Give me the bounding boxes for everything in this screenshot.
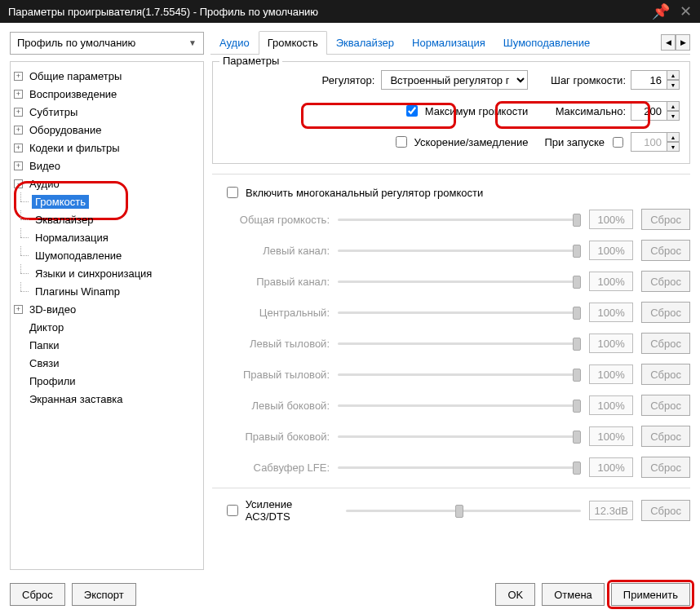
expand-icon[interactable]: + bbox=[14, 144, 23, 152]
profile-dropdown[interactable]: Профиль по умолчанию ▼ bbox=[10, 32, 204, 55]
multichannel-checkbox[interactable] bbox=[227, 187, 238, 198]
tree-item[interactable]: +Общие параметры bbox=[14, 67, 200, 85]
pin-icon[interactable]: 📌 bbox=[652, 2, 670, 20]
expand-icon[interactable]: + bbox=[14, 305, 23, 314]
step-up[interactable]: ▲ bbox=[667, 70, 680, 80]
channel-slider[interactable] bbox=[338, 466, 581, 469]
tree-item[interactable]: +Воспроизведение bbox=[14, 85, 200, 103]
tree-item[interactable]: -Аудио bbox=[14, 174, 200, 192]
channel-slider[interactable] bbox=[338, 280, 581, 283]
max-input[interactable] bbox=[631, 101, 667, 121]
step-down[interactable]: ▼ bbox=[667, 80, 680, 90]
tree-label: Диктор bbox=[26, 320, 67, 334]
cancel-button[interactable]: Отмена bbox=[542, 583, 605, 606]
tab-scroll-left[interactable]: ◀ bbox=[661, 34, 676, 51]
channel-value: 100% bbox=[589, 272, 633, 291]
channel-reset-button[interactable]: Сброс bbox=[641, 426, 690, 447]
tab-noise[interactable]: Шумоподавление bbox=[494, 31, 599, 55]
tab-equalizer[interactable]: Эквалайзер bbox=[327, 31, 403, 55]
tree-item[interactable]: +Оборудование bbox=[14, 121, 200, 139]
channel-slider[interactable] bbox=[338, 373, 581, 376]
tree-label: Субтитры bbox=[26, 105, 81, 119]
tree-item[interactable]: +Кодеки и фильтры bbox=[14, 139, 200, 157]
tree-item[interactable]: +3D-видео bbox=[14, 300, 200, 318]
tree-label: Видео bbox=[26, 159, 64, 173]
channel-slider[interactable] bbox=[338, 250, 581, 252]
tree-item[interactable]: Папки bbox=[14, 336, 200, 354]
accel-checkbox[interactable] bbox=[396, 136, 407, 148]
close-icon[interactable]: ✕ bbox=[680, 2, 692, 20]
tree-item[interactable]: Диктор bbox=[14, 318, 200, 336]
step-input[interactable] bbox=[631, 70, 667, 90]
expand-icon[interactable]: + bbox=[14, 126, 23, 135]
expand-icon[interactable]: + bbox=[14, 90, 23, 99]
tree-item[interactable]: Профили bbox=[14, 372, 200, 390]
group-title: Параметры bbox=[219, 55, 282, 67]
ac3-checkbox[interactable] bbox=[227, 505, 238, 516]
tree-child-item[interactable]: Языки и синхронизация bbox=[14, 264, 200, 282]
reset-button[interactable]: Сброс bbox=[10, 583, 65, 606]
channel-reset-button[interactable]: Сброс bbox=[641, 240, 690, 261]
expand-icon[interactable]: + bbox=[14, 161, 23, 170]
channel-slider[interactable] bbox=[338, 404, 581, 407]
tree-item[interactable]: Связи bbox=[14, 354, 200, 372]
startup-input[interactable] bbox=[631, 132, 667, 152]
tree-child-item[interactable]: Шумоподавление bbox=[14, 246, 200, 264]
channel-value: 100% bbox=[589, 457, 633, 477]
ok-button[interactable]: OK bbox=[495, 583, 535, 606]
tree-child-item[interactable]: Нормализация bbox=[14, 228, 200, 246]
tree-child-item[interactable]: Громкость bbox=[14, 192, 200, 210]
expand-icon[interactable]: + bbox=[14, 108, 23, 117]
channel-row: Левый боковой:100%Сброс bbox=[224, 395, 690, 416]
channel-row: Общая громкость:100%Сброс bbox=[224, 209, 690, 230]
channel-slider[interactable] bbox=[338, 219, 581, 221]
tab-audio[interactable]: Аудио bbox=[210, 31, 259, 55]
apply-button[interactable]: Применить bbox=[611, 583, 690, 606]
ac3-reset[interactable]: Сброс bbox=[641, 500, 690, 521]
tree-item[interactable]: +Видео bbox=[14, 157, 200, 174]
channel-reset-button[interactable]: Сброс bbox=[641, 302, 690, 323]
tab-normalization[interactable]: Нормализация bbox=[403, 31, 494, 55]
tree-child-item[interactable]: Эквалайзер bbox=[14, 210, 200, 228]
tree-label: 3D-видео bbox=[26, 303, 79, 316]
max-up[interactable]: ▲ bbox=[667, 101, 680, 111]
tree-label: Оборудование bbox=[26, 123, 104, 137]
tree-item[interactable]: Экранная заставка bbox=[14, 390, 200, 408]
channel-reset-button[interactable]: Сброс bbox=[641, 271, 690, 292]
channel-label: Левый тыловой: bbox=[224, 338, 330, 350]
channel-slider[interactable] bbox=[338, 342, 581, 345]
channel-row: Сабвуфер LFE:100%Сброс bbox=[224, 457, 690, 478]
channel-value: 100% bbox=[589, 241, 633, 260]
startup-checkbox[interactable] bbox=[613, 137, 623, 148]
channel-reset-button[interactable]: Сброс bbox=[641, 364, 690, 385]
tree-item[interactable]: +Субтитры bbox=[14, 103, 200, 121]
channel-reset-button[interactable]: Сброс bbox=[641, 333, 690, 354]
channel-slider[interactable] bbox=[338, 435, 581, 438]
expand-icon[interactable]: + bbox=[14, 72, 23, 81]
max-down[interactable]: ▼ bbox=[667, 111, 680, 121]
ac3-slider[interactable] bbox=[346, 510, 581, 512]
startup-up[interactable]: ▲ bbox=[667, 132, 680, 142]
channel-value: 100% bbox=[589, 210, 633, 229]
profile-selected: Профиль по умолчанию bbox=[17, 37, 135, 49]
regulator-select[interactable]: Встроенный регулятор гро bbox=[381, 70, 528, 90]
tab-scroll-right[interactable]: ▶ bbox=[676, 34, 690, 51]
channel-label: Левый канал: bbox=[224, 245, 330, 257]
channel-reset-button[interactable]: Сброс bbox=[641, 395, 690, 416]
regulator-label: Регулятор: bbox=[322, 74, 375, 86]
channel-reset-button[interactable]: Сброс bbox=[641, 209, 690, 230]
collapse-icon[interactable]: - bbox=[14, 179, 23, 188]
startup-down[interactable]: ▼ bbox=[667, 142, 680, 152]
tree-label: Папки bbox=[26, 338, 63, 352]
tree-label: Языки и синхронизация bbox=[32, 267, 155, 280]
channel-row: Левый тыловой:100%Сброс bbox=[224, 333, 690, 354]
channel-row: Центральный:100%Сброс bbox=[224, 302, 690, 323]
channel-slider[interactable] bbox=[338, 311, 581, 314]
tab-volume[interactable]: Громкость bbox=[259, 31, 327, 55]
maxvol-checkbox[interactable] bbox=[406, 105, 418, 117]
ac3-value: 12.3dB bbox=[589, 501, 633, 520]
tree-label: Шумоподавление bbox=[32, 249, 125, 263]
export-button[interactable]: Экспорт bbox=[72, 583, 136, 606]
tree-child-item[interactable]: Плагины Winamp bbox=[14, 282, 200, 300]
channel-reset-button[interactable]: Сброс bbox=[641, 457, 690, 478]
